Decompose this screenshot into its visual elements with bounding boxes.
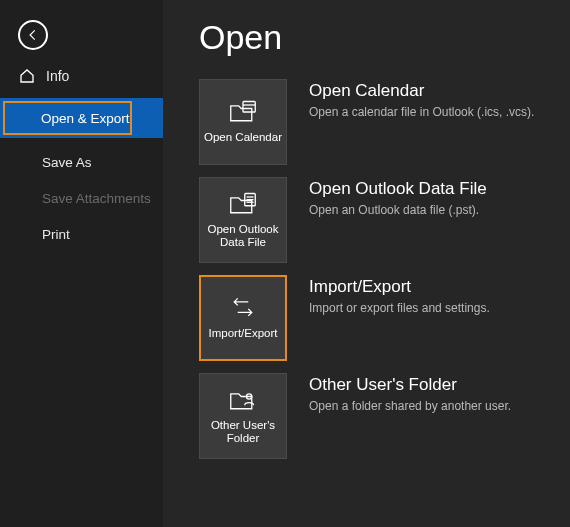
sidebar-item-label: Print <box>42 227 70 242</box>
tile-text-open-calendar: Open Calendar Open a calendar file in Ou… <box>309 79 550 119</box>
tile-desc: Open an Outlook data file (.pst). <box>309 203 550 217</box>
sidebar-item-label: Open & Export <box>41 111 130 126</box>
tile-text-other-user: Other User's Folder Open a folder shared… <box>309 373 550 413</box>
arrow-left-icon <box>26 28 40 42</box>
svg-rect-0 <box>243 102 255 113</box>
tile-desc: Open a calendar file in Outlook (.ics, .… <box>309 105 550 119</box>
tile-list: Open Calendar Open Calendar Open a calen… <box>199 79 550 459</box>
home-icon <box>18 67 36 85</box>
tile-label: Import/Export <box>208 327 277 340</box>
sidebar-item-save-as[interactable]: Save As <box>0 144 163 180</box>
tile-row-open-calendar: Open Calendar Open Calendar Open a calen… <box>199 79 550 165</box>
tile-desc: Open a folder shared by another user. <box>309 399 550 413</box>
sidebar-item-open-export[interactable]: Open & Export <box>0 98 163 138</box>
sidebar-item-save-attachments: Save Attachments <box>0 180 163 216</box>
tile-title: Other User's Folder <box>309 375 550 395</box>
sidebar-item-open-export-inner: Open & Export <box>3 101 132 135</box>
tile-row-import-export: Import/Export Import/Export Import or ex… <box>199 275 550 361</box>
backstage-sidebar: Info Open & Export Save As Save Attachme… <box>0 0 163 527</box>
sidebar-item-info[interactable]: Info <box>0 58 163 94</box>
tile-title: Open Calendar <box>309 81 550 101</box>
tile-title: Open Outlook Data File <box>309 179 550 199</box>
import-export-arrows-icon <box>229 295 257 321</box>
tile-desc: Import or export files and settings. <box>309 301 550 315</box>
tile-open-calendar[interactable]: Open Calendar <box>199 79 287 165</box>
tile-other-user-folder[interactable]: Other User's Folder <box>199 373 287 459</box>
sidebar-item-label: Info <box>46 68 69 84</box>
back-button[interactable] <box>18 20 48 50</box>
tile-row-other-user: Other User's Folder Other User's Folder … <box>199 373 550 459</box>
tile-label: Open Outlook Data File <box>204 223 282 249</box>
tile-label: Open Calendar <box>204 131 282 144</box>
tile-title: Import/Export <box>309 277 550 297</box>
sidebar-item-label: Save As <box>42 155 92 170</box>
calendar-folder-icon <box>229 99 257 125</box>
user-folder-icon <box>229 387 257 413</box>
tile-text-import-export: Import/Export Import or export files and… <box>309 275 550 315</box>
tile-text-open-datafile: Open Outlook Data File Open an Outlook d… <box>309 177 550 217</box>
sidebar-item-label: Save Attachments <box>42 191 151 206</box>
main-panel: Open Open Calendar Open Calendar Open a … <box>163 0 570 527</box>
page-title: Open <box>199 18 550 57</box>
tile-row-open-datafile: Open Outlook Data File Open Outlook Data… <box>199 177 550 263</box>
sidebar-item-print[interactable]: Print <box>0 216 163 252</box>
tile-import-export[interactable]: Import/Export <box>199 275 287 361</box>
tile-open-datafile[interactable]: Open Outlook Data File <box>199 177 287 263</box>
tile-label: Other User's Folder <box>204 419 282 445</box>
data-file-folder-icon <box>229 191 257 217</box>
